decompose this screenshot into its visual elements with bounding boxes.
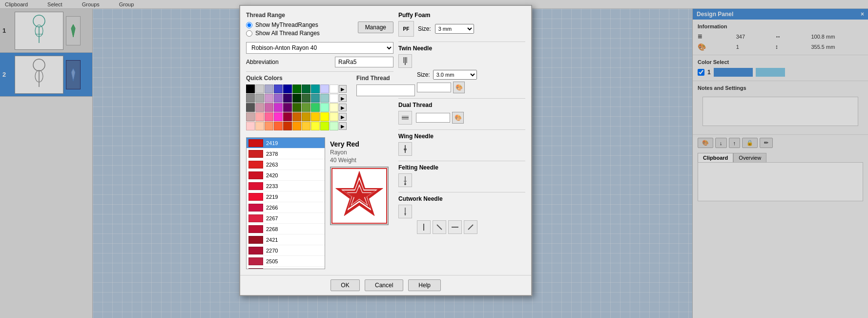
dual-thread-icon[interactable] [398,111,412,125]
color-cell[interactable] [311,122,320,130]
color-cell[interactable] [320,94,329,103]
color-list-item[interactable]: 2419 [247,138,325,148]
color-cell[interactable] [246,103,255,112]
color-list-item[interactable]: 2268 [247,224,325,234]
felting-needle-icon[interactable] [398,173,412,187]
dual-thread-color-input[interactable] [416,113,450,123]
color-list-item[interactable]: 2505 [247,256,325,267]
cutwork-angle-3[interactable] [448,220,462,234]
color-cell[interactable] [320,112,329,121]
twin-needle-icon[interactable] [398,54,412,68]
puffy-foam-icon[interactable]: PF [398,21,414,37]
radio-all-ranges[interactable] [246,30,252,37]
abbreviation-input[interactable] [335,57,393,67]
color-cell[interactable] [283,85,292,93]
color-cell[interactable] [302,103,310,112]
color-cell[interactable] [330,112,338,121]
color-list-item[interactable]: 2270 [247,245,325,256]
color-cell[interactable] [292,112,301,121]
color-list-item[interactable]: 2219 [247,191,325,202]
color-list-item[interactable]: 2233 [247,181,325,191]
color-cell[interactable] [283,112,292,121]
color-cell[interactable] [302,85,310,93]
color-row-arrow[interactable]: ▶ [339,122,347,130]
color-list-item[interactable]: 2267 [247,213,325,224]
cancel-button[interactable]: Cancel [365,279,403,291]
color-cell[interactable] [292,103,301,112]
cutwork-needle-icon[interactable] [398,205,412,218]
color-cell[interactable] [274,94,283,103]
twin-needle-color-input[interactable] [417,83,451,92]
color-cell[interactable] [283,103,292,112]
color-cell[interactable] [311,94,320,103]
color-cell[interactable] [246,94,255,103]
color-cell[interactable] [330,85,338,93]
color-row-arrow[interactable]: ▶ [339,113,347,121]
color-cell[interactable] [292,94,301,103]
color-cell[interactable] [255,85,264,93]
help-button[interactable]: Help [408,279,441,291]
color-cell[interactable] [246,112,255,121]
color-row-arrow[interactable]: ▶ [339,85,347,93]
color-cell[interactable] [302,94,310,103]
dual-thread-color-picker[interactable]: 🎨 [452,112,464,124]
color-cell[interactable] [255,103,264,112]
color-cell[interactable] [320,103,329,112]
twin-needle-color-picker[interactable]: 🎨 [453,82,465,93]
cutwork-angle-1[interactable] [417,220,431,234]
color-cell[interactable] [255,122,264,130]
color-cell[interactable] [265,103,273,112]
color-cell[interactable] [302,112,310,121]
color-row-arrow[interactable]: ▶ [339,104,347,111]
cutwork-angle-2[interactable] [433,220,446,234]
thread-range-select[interactable]: Robison-Anton Rayon 40 [246,42,393,54]
wing-needle-row [398,142,525,156]
color-cell[interactable] [255,112,264,121]
modal-body: Thread Range Show MyThreadRanges Show Al… [240,6,531,275]
manage-button[interactable]: Manage [358,21,393,33]
color-cell[interactable] [302,122,310,130]
color-cell[interactable] [265,94,273,103]
color-cell[interactable] [274,103,283,112]
wing-needle-icon[interactable] [398,142,412,156]
color-cell[interactable] [274,112,283,121]
color-cell[interactable] [330,122,338,130]
color-cell[interactable] [283,94,292,103]
color-cell[interactable] [320,122,329,130]
quick-colors-label: Quick Colors [246,75,347,82]
color-cell[interactable] [255,94,264,103]
color-cell[interactable] [330,103,338,112]
modal-left-col: Thread Range Show MyThreadRanges Show Al… [246,12,393,269]
color-list-item[interactable]: 2421 [247,234,325,245]
puffy-foam-size-select[interactable]: 3 mm [435,24,474,34]
color-cell[interactable] [311,103,320,112]
color-list-item[interactable]: 2266 [247,202,325,213]
color-cell[interactable] [246,122,255,130]
dual-thread-section: Dual Thread 🎨 [398,102,525,125]
color-list-item[interactable]: 2420 [247,170,325,181]
color-cell[interactable] [265,112,273,121]
color-cell[interactable] [274,122,283,130]
svg-point-23 [404,183,406,185]
color-list-code: 2233 [266,183,278,189]
color-cell[interactable] [292,122,301,130]
color-cell[interactable] [311,85,320,93]
color-cell[interactable] [246,85,255,93]
color-cell[interactable] [292,85,301,93]
color-list-item[interactable]: 2506 [247,267,325,269]
color-row-arrow[interactable]: ▶ [339,94,347,102]
cutwork-angle-4[interactable] [464,220,477,234]
ok-button[interactable]: OK [331,279,360,291]
radio-my-ranges[interactable] [246,22,252,28]
color-cell[interactable] [274,85,283,93]
color-cell[interactable] [265,85,273,93]
color-cell[interactable] [330,94,338,103]
color-cell[interactable] [283,122,292,130]
color-cell[interactable] [265,122,273,130]
color-cell[interactable] [320,85,329,93]
twin-needle-size-select[interactable]: 3.0 mm [433,70,477,80]
color-list-item[interactable]: 2263 [247,159,325,170]
color-list-item[interactable]: 2378 [247,148,325,159]
svg-line-28 [468,225,473,230]
color-cell[interactable] [311,112,320,121]
